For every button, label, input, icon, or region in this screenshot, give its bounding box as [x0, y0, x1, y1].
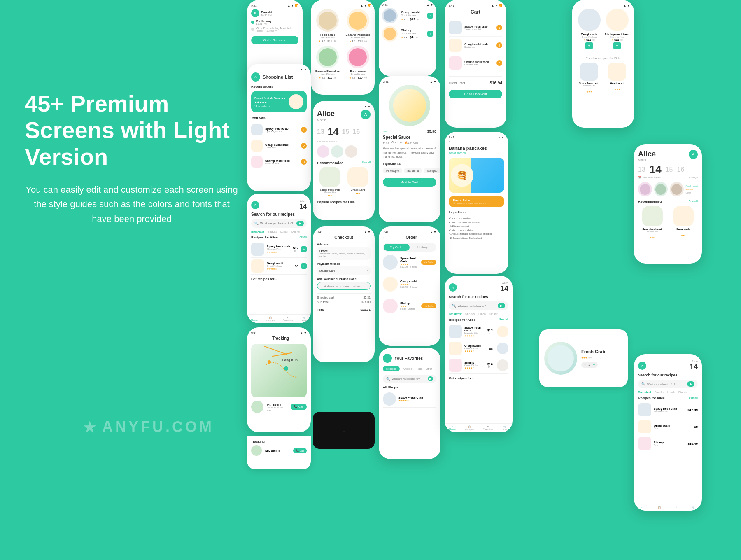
nav-recipes-2[interactable]: 📋Recipes — [465, 425, 474, 431]
date-subtitle: See more meals ▷ — [317, 140, 370, 143]
tracking-step: On the way11:21 PM — [251, 20, 298, 25]
search-btn-large[interactable]: ▶ — [687, 381, 694, 387]
ingredient-tags: Pineapple Bananna Mangoo — [383, 168, 436, 173]
sauce-meta: ★ 4.8 ⏱ 15 min 🔥 124 Kcal — [383, 141, 436, 144]
fav-search[interactable]: 🔍 ▶ — [383, 375, 436, 383]
nav-rec-3[interactable]: 📋 — [658, 506, 661, 509]
add-icon[interactable]: + — [427, 13, 433, 19]
popular-items: Spacy fresh crab Marenie Kita ★★★ Onagi … — [576, 63, 630, 94]
alice-month-header: Alice Month A — [638, 150, 698, 161]
sauce-title: Special Sauce — [383, 135, 436, 140]
user-avatar: P — [251, 9, 259, 17]
sauce-header: Salad $5.98 — [383, 129, 436, 133]
alice-header: Alice Month A — [317, 110, 370, 122]
status-bar-16: ▲ ▼ — [576, 4, 630, 7]
tracking-label: Tracking — [251, 440, 307, 443]
tracking-header: ‹ Tracking — [251, 336, 307, 341]
recipe-search-bar[interactable]: 🔍 ▶ — [251, 219, 307, 228]
cart-qty-1: 1 — [496, 25, 502, 30]
fav-search-input[interactable] — [392, 378, 428, 380]
add-recipe-2[interactable]: + — [301, 263, 307, 269]
black-placeholder: ... — [313, 412, 375, 449]
sauce-desc: Here are the special sauce with banana &… — [383, 147, 436, 159]
hero-section: 45+ Premium Screens with Light Version Y… — [25, 91, 239, 226]
search-submit[interactable]: ▶ — [296, 221, 304, 226]
no-order-btn-2[interactable]: No Order — [421, 303, 436, 308]
nav-recipes[interactable]: 📋Recipes — [266, 316, 275, 322]
no-order-btn-1[interactable]: No Order — [421, 260, 436, 265]
add-recipe-1[interactable]: + — [301, 246, 307, 252]
watermark-star-icon: ★ — [82, 418, 97, 436]
large-recipe-2: Onagi sushiOmot $8 — [638, 418, 698, 435]
search-recipes-right: Search for our recipes — [449, 295, 508, 299]
add-btn-r2[interactable]: + — [613, 42, 621, 49]
pancake-kitchen: #asof kitchen — [449, 152, 504, 154]
search-input-right[interactable] — [458, 305, 498, 307]
fav-tab-recipes[interactable]: Recipes — [383, 366, 400, 371]
checkout-button[interactable]: Go to Checkout — [449, 90, 502, 98]
recipes-large-header: Recipes for AliceSee all — [638, 396, 698, 400]
nav-shop[interactable]: 🛒Shop — [301, 316, 307, 322]
recent-orders-label: Recent orders — [251, 85, 307, 89]
qty-minus[interactable]: − — [584, 363, 586, 367]
search-input-large[interactable] — [647, 383, 687, 385]
call-btn-bottom[interactable]: 📞 Call — [293, 448, 307, 453]
nav-home-3[interactable]: ⌂ — [641, 506, 643, 509]
sauce-image — [389, 85, 430, 126]
status-bar-11: 9:41▲ ▼ — [383, 231, 436, 233]
order-total-row: Order Total $16.94 — [449, 81, 502, 85]
total-row: Total $21.31 — [317, 308, 370, 312]
food-item-1: Food name KokoKitchen ★4.2 $10.40 — [314, 9, 341, 42]
voucher-input[interactable]: + — [317, 282, 370, 290]
recent-order-card: Breakfast & Snacks ★★★★★ 14 ingredients — [251, 91, 307, 112]
phone-checkout: 9:41▲ ▼ Checkout Address Office 285 West… — [313, 226, 375, 362]
date-row-2: 13 14 15 16 — [638, 163, 698, 176]
nav-favorites[interactable]: ♥Favorites — [283, 316, 293, 322]
voucher-field[interactable] — [324, 285, 367, 287]
user-name: Panshi — [261, 10, 272, 14]
phone-shopping-list: ▲ ▼ A Shopping List Recent orders Breakf… — [247, 64, 311, 191]
order-item-2: Onagi sushi ★★★★☆ $10.40 · 2 Item — [383, 273, 436, 295]
qty-plus[interactable]: + — [593, 363, 595, 367]
subtotal-row: Sub total $16.00 — [317, 300, 370, 304]
cart-item-3: Shrimp meril food Marenie Kita 3 — [449, 54, 502, 72]
my-order-tab[interactable]: My Order — [384, 244, 410, 251]
nav-home[interactable]: ⌂Home — [251, 316, 258, 322]
meal-circles: Development Recipes Other — [638, 182, 698, 196]
recipe-right-1: Spacy fresh crab Marenie Kita ★★★★☆ $12 … — [449, 323, 508, 340]
food-grid-container: Food name KokoKitchen ★4.2 $10.40 Banana… — [314, 9, 371, 79]
search-recipes-large: Search for our recipes — [638, 373, 698, 377]
order-received-button[interactable]: Order Recieved — [251, 36, 298, 44]
nav-shop-2[interactable]: 🛒Shop — [502, 425, 508, 431]
recipe-search-input[interactable] — [260, 222, 296, 225]
recipes-alice-right-header: Recipes for AliceSee all — [449, 318, 508, 322]
search-bar-large[interactable]: 🔍 ▶ — [638, 380, 698, 388]
cart-qty-3: 3 — [496, 60, 502, 66]
add-btn-r1[interactable]: + — [585, 42, 593, 49]
large-recipe-1: Spacy fresh crabMarenie Kita $12.99 — [638, 401, 698, 418]
nav-fav-3[interactable]: ♥ — [676, 506, 677, 509]
nav-shop-3[interactable]: 🛒 — [692, 506, 694, 509]
hero-title: 45+ Premium Screens with Light Version — [25, 91, 239, 170]
nav-bar-1: ⌂Home 📋Recipes ♥Favorites 🛒Shop — [247, 314, 311, 323]
category-pills-right: Breakfast Snacks Lunch Dinner — [449, 313, 508, 315]
payment-label: Payment Method — [317, 262, 370, 265]
call-button[interactable]: 📞 Call — [291, 404, 307, 410]
fav-search-btn[interactable]: ▶ — [428, 376, 433, 381]
ing-title-pancake: Ingredients — [449, 210, 504, 214]
nav-home-2[interactable]: ⌂Home — [449, 425, 456, 431]
delivery-step: West Pirrmehella, JalalabalHome — 13:45 … — [251, 27, 298, 32]
add-icon-2[interactable]: + — [427, 31, 433, 37]
order-item-3: Shrimp ★★★☆☆ $4.88 · 2 Item No Order — [383, 295, 436, 317]
history-tab[interactable]: History — [410, 244, 436, 251]
fresh-crab-card: Fresh Crab ●●●●● − 2 + — [539, 329, 628, 387]
add-to-cart-button[interactable]: Add to Cart — [383, 178, 436, 187]
nav-fav-2[interactable]: ♥Favorites — [483, 425, 493, 431]
cart-title: Cart — [449, 9, 502, 15]
ingredients-title: Ingredients — [383, 162, 436, 166]
phone-order: 9:41▲ ▼ ‹ Order My Order History Spacy F… — [379, 226, 440, 346]
search-bar-right[interactable]: 🔍 ▶ — [449, 301, 508, 310]
phone-recipe-alice: A Alice 14 Search for our recipes 🔍 ▶ Br… — [247, 194, 311, 323]
search-btn-right[interactable]: ▶ — [498, 303, 505, 308]
food-item-2: Banana Pancakes KokoKitchen ★4.5 $10.40 — [345, 9, 372, 42]
